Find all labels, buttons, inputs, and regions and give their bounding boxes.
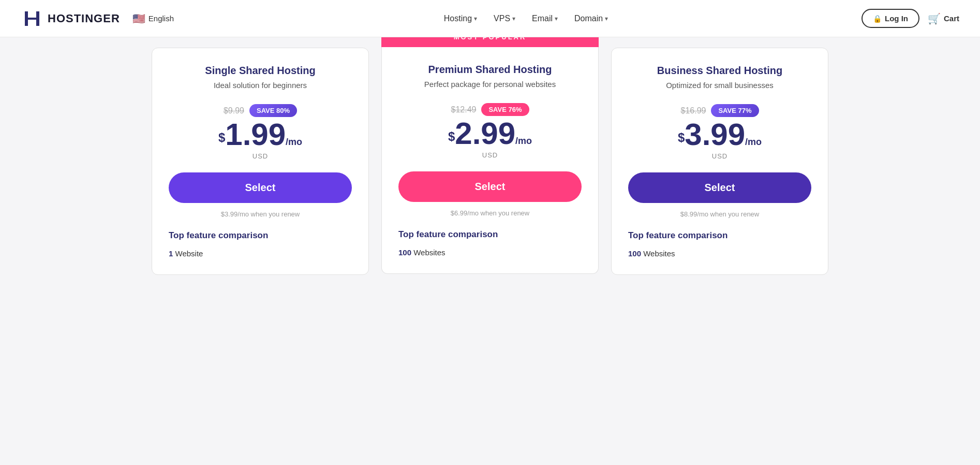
plan-subtitle-single: Ideal solution for beginners bbox=[169, 81, 352, 90]
chevron-down-icon: ▾ bbox=[474, 15, 477, 22]
feature-title-premium: Top feature comparison bbox=[398, 229, 582, 240]
plan-card-business: Business Shared Hosting Optimized for sm… bbox=[611, 48, 828, 275]
plan-title-business: Business Shared Hosting bbox=[628, 65, 811, 77]
cart-icon: 🛒 bbox=[928, 12, 941, 25]
usd-premium: USD bbox=[398, 151, 582, 159]
price-num-single: 1.99 bbox=[225, 117, 286, 152]
save-badge-single: SAVE 80% bbox=[249, 104, 297, 117]
price-num-premium: 2.99 bbox=[455, 116, 515, 151]
language-label: English bbox=[149, 14, 174, 23]
vps-label: VPS bbox=[494, 14, 510, 23]
plan-single: Single Shared Hosting Ideal solution for… bbox=[152, 37, 369, 275]
renew-note-premium: $6.99/mo when you renew bbox=[398, 209, 582, 217]
main-content: Single Shared Hosting Ideal solution for… bbox=[112, 37, 868, 296]
save-badge-premium: SAVE 76% bbox=[481, 103, 529, 116]
nav-vps[interactable]: VPS ▾ bbox=[494, 14, 515, 23]
feature-title-single: Top feature comparison bbox=[169, 230, 352, 241]
dollar-sign-business: $ bbox=[678, 130, 685, 144]
cart-button[interactable]: 🛒 Cart bbox=[928, 12, 959, 25]
hosting-label: Hosting bbox=[444, 14, 472, 23]
feature-websites-business: 100 Websites bbox=[628, 247, 811, 260]
nav-hosting[interactable]: Hosting ▾ bbox=[444, 14, 477, 23]
renew-note-single: $3.99/mo when you renew bbox=[169, 210, 352, 218]
plan-card-single: Single Shared Hosting Ideal solution for… bbox=[152, 48, 369, 275]
select-button-single[interactable]: Select bbox=[169, 172, 352, 203]
price-business: $3.99/mo bbox=[628, 119, 811, 150]
pricing-row-premium: $12.49 SAVE 76% bbox=[398, 103, 582, 116]
nav-actions: 🔒 Log In 🛒 Cart bbox=[862, 9, 959, 28]
navbar: HOSTINGER 🇺🇸 English Hosting ▾ VPS ▾ Ema… bbox=[0, 0, 980, 37]
plan-title-single: Single Shared Hosting bbox=[169, 65, 352, 77]
price-num-business: 3.99 bbox=[685, 117, 745, 152]
website-count-premium: 100 bbox=[398, 248, 411, 257]
chevron-down-icon: ▾ bbox=[512, 15, 515, 22]
save-badge-business: SAVE 77% bbox=[711, 104, 759, 117]
select-button-premium[interactable]: Select bbox=[398, 171, 582, 202]
login-label: Log In bbox=[885, 14, 908, 23]
logo-text: HOSTINGER bbox=[48, 12, 120, 25]
original-price-business: $16.99 bbox=[680, 106, 706, 115]
logo-link[interactable]: HOSTINGER bbox=[21, 7, 120, 30]
cart-label: Cart bbox=[944, 14, 959, 23]
per-mo-premium: /mo bbox=[515, 136, 532, 146]
plan-subtitle-business: Optimized for small businesses bbox=[628, 81, 811, 90]
website-label-business: Websites bbox=[643, 249, 675, 258]
renew-note-business: $8.99/mo when you renew bbox=[628, 210, 811, 218]
language-selector[interactable]: 🇺🇸 English bbox=[132, 12, 174, 25]
nav-email[interactable]: Email ▾ bbox=[532, 14, 558, 23]
dollar-sign-single: $ bbox=[218, 130, 225, 144]
website-label-premium: Websites bbox=[413, 248, 445, 257]
per-mo-single: /mo bbox=[286, 137, 302, 147]
feature-websites-premium: 100 Websites bbox=[398, 246, 582, 259]
pricing-row-single: $9.99 SAVE 80% bbox=[169, 104, 352, 117]
flag-icon: 🇺🇸 bbox=[132, 12, 145, 25]
login-button[interactable]: 🔒 Log In bbox=[862, 9, 919, 28]
usd-business: USD bbox=[628, 152, 811, 160]
feature-title-business: Top feature comparison bbox=[628, 230, 811, 241]
usd-single: USD bbox=[169, 152, 352, 160]
pricing-cards: Single Shared Hosting Ideal solution for… bbox=[133, 37, 847, 275]
lock-icon: 🔒 bbox=[873, 14, 882, 23]
select-button-business[interactable]: Select bbox=[628, 172, 811, 203]
plan-card-premium: Premium Shared Hosting Perfect package f… bbox=[381, 47, 599, 274]
website-label-single: Website bbox=[175, 249, 203, 258]
chevron-down-icon: ▾ bbox=[555, 15, 558, 22]
plan-title-premium: Premium Shared Hosting bbox=[398, 64, 582, 76]
website-count-business: 100 bbox=[628, 249, 641, 258]
price-single: $1.99/mo bbox=[169, 119, 352, 150]
email-label: Email bbox=[532, 14, 553, 23]
plan-premium: MOST POPULAR Premium Shared Hosting Perf… bbox=[381, 27, 599, 274]
domain-label: Domain bbox=[574, 14, 603, 23]
dollar-sign-premium: $ bbox=[448, 129, 455, 143]
nav-menu: Hosting ▾ VPS ▾ Email ▾ Domain ▾ bbox=[190, 14, 862, 23]
website-count-single: 1 bbox=[169, 249, 173, 258]
plan-business: Business Shared Hosting Optimized for sm… bbox=[611, 37, 828, 275]
chevron-down-icon: ▾ bbox=[605, 15, 608, 22]
plan-subtitle-premium: Perfect package for personal websites bbox=[398, 80, 582, 89]
nav-domain[interactable]: Domain ▾ bbox=[574, 14, 608, 23]
feature-websites-single: 1 Website bbox=[169, 247, 352, 260]
original-price-single: $9.99 bbox=[224, 106, 244, 115]
per-mo-business: /mo bbox=[745, 137, 762, 147]
original-price-premium: $12.49 bbox=[451, 105, 476, 114]
price-premium: $2.99/mo bbox=[398, 118, 582, 149]
pricing-row-business: $16.99 SAVE 77% bbox=[628, 104, 811, 117]
